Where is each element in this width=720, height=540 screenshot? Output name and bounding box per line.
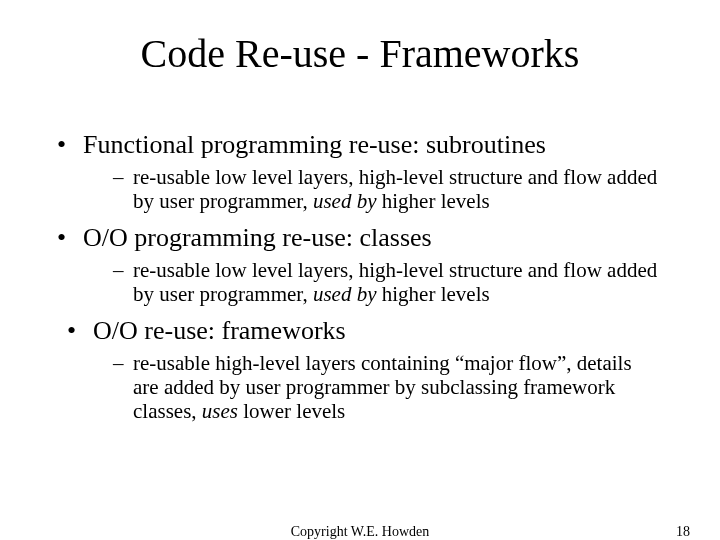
text: lower levels (238, 399, 345, 423)
bullet-3-sub: re-usable high-level layers containing “… (113, 351, 660, 423)
text: higher levels (377, 282, 490, 306)
slide: Code Re-use - Frameworks Functional prog… (0, 0, 720, 540)
bullet-2-sub: re-usable low level layers, high-level s… (113, 258, 660, 306)
slide-body: Functional programming re-use: subroutin… (55, 130, 660, 433)
bullet-2: O/O programming re-use: classes (55, 223, 660, 254)
slide-title: Code Re-use - Frameworks (0, 30, 720, 77)
bullet-3: O/O re-use: frameworks (55, 316, 660, 347)
emphasis: uses (202, 399, 238, 423)
page-number: 18 (676, 524, 690, 540)
copyright-text: Copyright W.E. Howden (0, 524, 720, 540)
bullet-1-sub: re-usable low level layers, high-level s… (113, 165, 660, 213)
bullet-1: Functional programming re-use: subroutin… (55, 130, 660, 161)
emphasis: used by (313, 189, 377, 213)
text: higher levels (377, 189, 490, 213)
emphasis: used by (313, 282, 377, 306)
